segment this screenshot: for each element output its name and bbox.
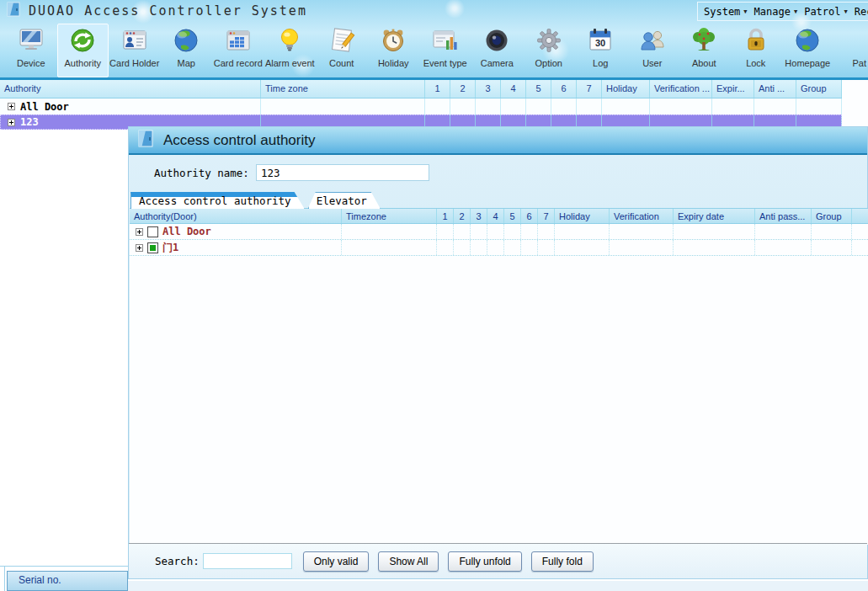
toolbar-item-log[interactable]: 30Log (575, 24, 627, 77)
bg-col-header[interactable]: Group (796, 80, 842, 98)
door-row-cell (521, 224, 538, 239)
expand-plus-icon[interactable] (136, 244, 143, 252)
only-valid-button[interactable]: Only valid (303, 551, 370, 572)
door-col-header[interactable]: 3 (471, 209, 487, 223)
toolbar: DeviceAuthorityCard HolderMapCard record… (5, 24, 868, 77)
app-header: DUOAO Access Controller System System▼Ma… (0, 0, 868, 80)
toolbar-item-card-holder[interactable]: Card Holder (109, 24, 161, 77)
menu-manage[interactable]: Manage▼ (754, 6, 798, 18)
count-icon (327, 26, 357, 56)
bg-col-header[interactable]: 4 (501, 80, 526, 98)
toolbar-item-label: About (692, 58, 716, 68)
fully-unfold-button[interactable]: Fully unfold (448, 551, 521, 572)
tab-access-control-authority[interactable]: Access control authority (130, 192, 305, 209)
authority-row[interactable]: All Door (0, 98, 842, 114)
authority-row-cell (551, 98, 577, 114)
expand-plus-icon[interactable] (8, 119, 15, 126)
dialog-door-icon (138, 130, 154, 151)
toolbar-item-alarm-event[interactable]: Alarm event (264, 24, 317, 77)
door-row-label: 门1 (162, 241, 178, 255)
search-input[interactable] (203, 553, 292, 569)
toolbar-item-label: Count (329, 58, 354, 68)
authority-row-cell (425, 98, 450, 114)
door-col-header[interactable]: 4 (487, 209, 504, 223)
holiday-icon (378, 26, 408, 56)
authority-list-table: AuthorityTime zone1234567HolidayVerifica… (0, 80, 842, 130)
toolbar-item-authority[interactable]: Authority (57, 24, 109, 77)
door-col-header[interactable]: Timezone (342, 209, 437, 223)
toolbar-item-patrol[interactable]: Pat (833, 24, 868, 77)
bg-col-header[interactable]: 2 (450, 80, 476, 98)
bg-col-header[interactable]: Anti ... (754, 80, 796, 98)
show-all-button[interactable]: Show All (378, 551, 439, 572)
toolbar-item-lock[interactable]: Lock (730, 24, 782, 77)
toolbar-item-homepage[interactable]: Homepage (782, 24, 834, 77)
menu-system[interactable]: System▼ (704, 6, 748, 18)
authority-row-cell (261, 98, 425, 114)
door-col-header[interactable]: Authority(Door) (130, 209, 342, 223)
bg-col-header[interactable]: Verification ... (650, 80, 712, 98)
door-authority-table: Authority(Door)Timezone1234567HolidayVer… (130, 208, 868, 545)
fully-fold-button[interactable]: Fully fold (531, 551, 594, 572)
toolbar-item-event-type[interactable]: Event type (419, 24, 471, 77)
log-icon: 30 (585, 26, 615, 56)
bg-col-header[interactable]: Authority (0, 80, 261, 98)
bg-col-header[interactable]: Holiday (602, 80, 650, 98)
door-checkbox[interactable] (147, 226, 158, 237)
bg-col-header[interactable]: 3 (476, 80, 501, 98)
door-col-header[interactable]: 5 (504, 209, 521, 223)
bg-col-header[interactable]: 5 (526, 80, 551, 98)
door-col-header[interactable]: 7 (538, 209, 555, 223)
chevron-down-icon: ▼ (743, 8, 747, 15)
toolbar-item-about[interactable]: About (679, 24, 731, 77)
door-col-header[interactable]: Holiday (555, 209, 610, 223)
alarm-event-icon (274, 26, 305, 56)
toolbar-item-option[interactable]: Option (523, 24, 575, 77)
expand-plus-icon[interactable] (136, 228, 143, 236)
door-row[interactable]: 门1 (130, 240, 868, 256)
authority-name-input[interactable] (256, 164, 429, 181)
door-row-cell (538, 224, 555, 239)
door-row-cell (487, 224, 504, 239)
bg-col-header[interactable]: Expir... (712, 80, 754, 98)
door-row-cell (538, 240, 555, 255)
toolbar-item-label: Map (178, 58, 195, 68)
card-record-icon (223, 26, 253, 56)
door-col-header[interactable]: Anti pass... (755, 209, 812, 223)
bg-col-header[interactable]: 6 (551, 80, 577, 98)
authority-row-cell (712, 98, 754, 114)
door-col-header[interactable]: 6 (521, 209, 538, 223)
door-col-header[interactable]: 1 (437, 209, 454, 223)
menu-record[interactable]: Record (855, 6, 868, 18)
toolbar-item-card-record[interactable]: Card record (212, 24, 264, 77)
door-checkbox[interactable] (147, 242, 158, 253)
menu-patrol[interactable]: Patrol▼ (804, 6, 848, 18)
bg-col-header[interactable]: 7 (577, 80, 602, 98)
toolbar-item-count[interactable]: Count (316, 24, 368, 77)
toolbar-item-map[interactable]: Map (161, 24, 213, 77)
toolbar-item-user[interactable]: User (626, 24, 679, 77)
homepage-icon (792, 26, 823, 56)
door-row[interactable]: All Door (130, 224, 868, 240)
door-row-cell (812, 224, 852, 239)
expand-plus-icon[interactable] (8, 103, 15, 110)
tab-elevator[interactable]: Elevator (308, 192, 381, 209)
bg-col-header[interactable]: Time zone (261, 80, 425, 98)
door-row-cell (454, 240, 471, 255)
toolbar-item-device[interactable]: Device (5, 24, 57, 77)
toolbar-item-label: Log (593, 58, 608, 68)
toolbar-item-label: Pat (852, 58, 866, 68)
door-row-cell (674, 240, 755, 255)
door-col-header[interactable]: Group (812, 209, 852, 223)
serial-no-panel-header[interactable]: Serial no. (7, 571, 128, 591)
door-col-header[interactable]: Expiry date (674, 209, 755, 223)
door-row-cell (755, 224, 812, 239)
door-row-cell (454, 224, 471, 239)
bg-col-header[interactable]: 1 (425, 80, 450, 98)
toolbar-item-camera[interactable]: Camera (471, 24, 524, 77)
toolbar-item-label: Lock (746, 58, 765, 68)
device-icon (16, 26, 46, 56)
toolbar-item-holiday[interactable]: Holiday (368, 24, 420, 77)
door-col-header[interactable]: 2 (454, 209, 471, 223)
door-col-header[interactable]: Verification (610, 209, 674, 223)
